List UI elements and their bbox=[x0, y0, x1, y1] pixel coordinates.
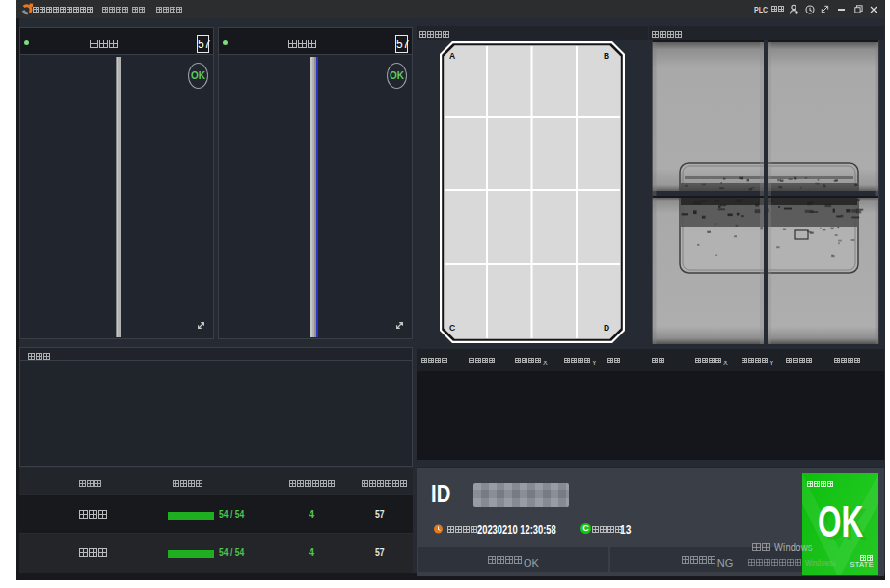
svg-text:A: A bbox=[449, 51, 455, 61]
svg-text:B: B bbox=[604, 51, 609, 61]
svg-text:C: C bbox=[449, 323, 455, 333]
svg-text:D: D bbox=[604, 323, 609, 333]
